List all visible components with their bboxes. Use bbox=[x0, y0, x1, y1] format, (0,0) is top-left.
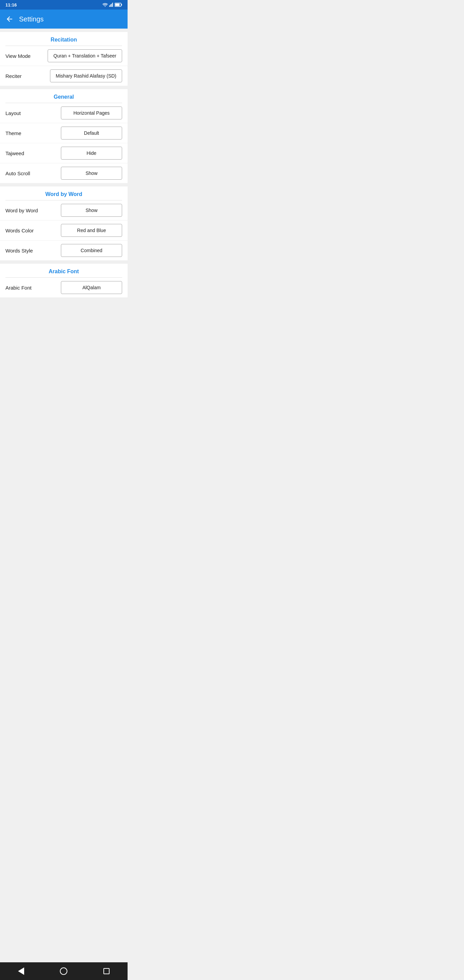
words-style-button[interactable]: Combined bbox=[61, 244, 122, 257]
theme-row: Theme Default bbox=[0, 123, 127, 143]
tajweed-label: Tajweed bbox=[5, 150, 61, 156]
svg-point-0 bbox=[105, 6, 105, 6]
words-color-row: Words Color Red and Blue bbox=[0, 220, 127, 240]
back-arrow-icon bbox=[5, 15, 14, 23]
nav-home-icon bbox=[60, 967, 67, 975]
auto-scroll-button[interactable]: Show bbox=[61, 167, 122, 180]
svg-rect-4 bbox=[112, 3, 113, 7]
status-bar: 11:16 bbox=[0, 0, 127, 10]
nav-recent-icon bbox=[103, 968, 110, 974]
recitation-header: Recitation bbox=[0, 32, 127, 46]
auto-scroll-label: Auto Scroll bbox=[5, 170, 61, 176]
settings-content: Recitation View Mode Quran + Translation… bbox=[0, 32, 127, 322]
svg-rect-7 bbox=[115, 4, 120, 6]
arabic-font-row: Arabic Font AlQalam bbox=[0, 278, 127, 298]
auto-scroll-row: Auto Scroll Show bbox=[0, 163, 127, 183]
toolbar: Settings bbox=[0, 10, 127, 29]
bottom-navigation bbox=[0, 962, 127, 980]
page-title: Settings bbox=[19, 15, 43, 23]
arabic-font-header: Arabic Font bbox=[0, 264, 127, 277]
word-by-word-button[interactable]: Show bbox=[61, 204, 122, 217]
arabic-font-label: Arabic Font bbox=[5, 285, 61, 291]
arabic-font-button[interactable]: AlQalam bbox=[61, 281, 122, 294]
view-mode-label: View Mode bbox=[5, 53, 48, 59]
layout-row: Layout Horizontal Pages bbox=[0, 103, 127, 123]
word-by-word-section: Word by Word Word by Word Show Words Col… bbox=[0, 186, 127, 260]
view-mode-button[interactable]: Quran + Translation + Tafseer bbox=[48, 49, 122, 62]
reciter-row: Reciter Mishary Rashid Alafasy (SD) bbox=[0, 66, 127, 86]
word-by-word-label: Word by Word bbox=[5, 208, 61, 213]
status-time: 11:16 bbox=[5, 2, 17, 8]
tajweed-button[interactable]: Hide bbox=[61, 147, 122, 159]
words-style-row: Words Style Combined bbox=[0, 240, 127, 260]
nav-recent-button[interactable] bbox=[95, 966, 118, 977]
words-style-label: Words Style bbox=[5, 248, 61, 253]
wifi-icon bbox=[102, 3, 108, 7]
svg-rect-1 bbox=[109, 5, 110, 7]
nav-back-icon bbox=[18, 967, 24, 975]
theme-button[interactable]: Default bbox=[61, 127, 122, 140]
layout-button[interactable]: Horizontal Pages bbox=[61, 107, 122, 119]
nav-back-button[interactable] bbox=[10, 965, 32, 978]
word-by-word-row: Word by Word Show bbox=[0, 200, 127, 220]
words-color-label: Words Color bbox=[5, 228, 61, 234]
view-mode-row: View Mode Quran + Translation + Tafseer bbox=[0, 46, 127, 66]
svg-rect-6 bbox=[121, 4, 122, 6]
reciter-button[interactable]: Mishary Rashid Alafasy (SD) bbox=[50, 69, 122, 82]
battery-icon bbox=[114, 3, 122, 7]
theme-label: Theme bbox=[5, 130, 61, 136]
signal-icon bbox=[109, 3, 113, 7]
general-section: General Layout Horizontal Pages Theme De… bbox=[0, 89, 127, 183]
tajweed-row: Tajweed Hide bbox=[0, 143, 127, 163]
recitation-section: Recitation View Mode Quran + Translation… bbox=[0, 32, 127, 86]
nav-home-button[interactable] bbox=[52, 965, 76, 978]
svg-rect-2 bbox=[110, 5, 111, 7]
word-by-word-header: Word by Word bbox=[0, 186, 127, 200]
back-button[interactable] bbox=[3, 12, 16, 26]
bottom-padding bbox=[0, 301, 127, 322]
svg-rect-3 bbox=[111, 4, 112, 7]
status-icons bbox=[102, 3, 122, 7]
general-header: General bbox=[0, 89, 127, 103]
reciter-label: Reciter bbox=[5, 73, 50, 79]
words-color-button[interactable]: Red and Blue bbox=[61, 224, 122, 237]
arabic-font-section: Arabic Font Arabic Font AlQalam bbox=[0, 264, 127, 298]
layout-label: Layout bbox=[5, 110, 61, 116]
